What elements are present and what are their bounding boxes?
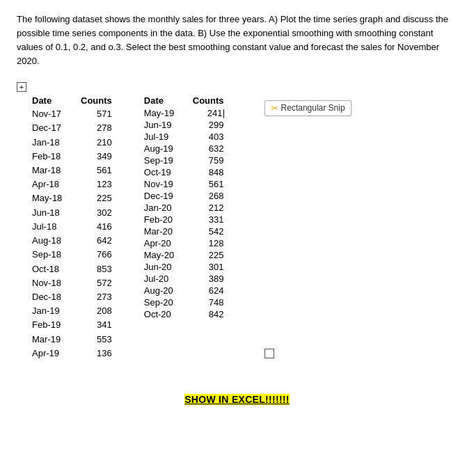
expand-icon[interactable]: + — [17, 82, 26, 92]
table-row: Nov-17571 — [26, 107, 118, 121]
table-row: Oct-18853 — [26, 262, 118, 276]
table-row: Dec-18273 — [26, 289, 118, 303]
table1-date-cell: Apr-18 — [26, 177, 75, 191]
table-row: Feb-18349 — [26, 149, 118, 163]
table2-date-cell: Sep-19 — [139, 154, 187, 166]
table2-count-cell: 241 — [187, 107, 230, 119]
table1-date-cell: Mar-18 — [26, 163, 75, 177]
table-row: Apr-19136 — [26, 346, 118, 360]
table2-date-cell: May-19 — [139, 107, 187, 119]
table2-date-cell: Feb-20 — [139, 214, 187, 225]
table2-date-cell: Jul-20 — [139, 273, 187, 285]
table2-count-cell: 128 — [187, 237, 230, 249]
table2-date-cell: Apr-20 — [139, 237, 187, 249]
table1-count-cell: 210 — [75, 135, 118, 149]
table-row: May-19241 — [139, 107, 230, 119]
table2-date-cell: Aug-19 — [139, 143, 187, 154]
table2-date-header: Date — [139, 95, 187, 107]
table-row: Jul-20389 — [139, 273, 230, 285]
table2-count-cell: 842 — [187, 308, 230, 320]
table-row: Jan-18210 — [26, 135, 118, 149]
table-row: Oct-19848 — [139, 166, 230, 178]
table1-date-cell: Nov-17 — [26, 107, 75, 121]
table-row: Nov-19561 — [139, 178, 230, 190]
cursor-line — [223, 109, 224, 118]
rect-snip-label: Rectangular Snip — [281, 103, 345, 113]
table1-count-cell: 225 — [75, 191, 118, 205]
table2-date-cell: Oct-19 — [139, 166, 187, 178]
table2-date-cell: Jul-19 — [139, 131, 187, 143]
table-row: Aug-19632 — [139, 143, 230, 154]
table1-count-cell: 766 — [75, 248, 118, 262]
table-row: Sep-19759 — [139, 154, 230, 166]
table2-count-cell: 389 — [187, 273, 230, 285]
table1-count-cell: 278 — [75, 121, 118, 135]
table2-count-cell: 561 — [187, 178, 230, 190]
table-row: Feb-19341 — [26, 318, 118, 332]
table1-date-cell: Oct-18 — [26, 262, 75, 276]
table1-date-cell: Sep-18 — [26, 248, 75, 262]
table2-count-cell: 848 — [187, 166, 230, 178]
table1-date-cell: Jun-18 — [26, 205, 75, 219]
table-row: Jun-20301 — [139, 261, 230, 273]
table2-count-cell: 759 — [187, 154, 230, 166]
table1-date-cell: Apr-19 — [26, 346, 75, 360]
table-row: May-20225 — [139, 249, 230, 261]
rectangular-snip-button[interactable]: ✂ Rectangular Snip — [264, 100, 351, 116]
table1-date-cell: Dec-18 — [26, 289, 75, 303]
table1-count-cell: 349 — [75, 149, 118, 163]
table-row: Nov-18572 — [26, 276, 118, 289]
table2-date-cell: Nov-19 — [139, 178, 187, 190]
table2-counts-header: Counts — [187, 95, 230, 107]
table-row: Jul-19403 — [139, 131, 230, 143]
show-excel-wrapper: SHOW IN EXCEL!!!!!!! — [17, 377, 457, 405]
table1-count-cell: 572 — [75, 276, 118, 289]
table2-count-cell: 299 — [187, 119, 230, 131]
table1-counts-header: Counts — [75, 95, 118, 107]
table1-count-cell: 136 — [75, 346, 118, 360]
table1-count-cell: 553 — [75, 332, 118, 346]
table1-date-cell: Aug-18 — [26, 234, 75, 248]
table-row: Aug-18642 — [26, 234, 118, 248]
table1-count-cell: 571 — [75, 107, 118, 121]
show-excel-button[interactable]: SHOW IN EXCEL!!!!!!! — [184, 394, 290, 405]
data-table-2: Date Counts May-19241Jun-19299Jul-19403A… — [139, 95, 230, 320]
table1-date-cell: Dec-17 — [26, 121, 75, 135]
table-row: Dec-19268 — [139, 190, 230, 202]
table2-date-cell: Jun-20 — [139, 261, 187, 273]
table-row: Dec-17278 — [26, 121, 118, 135]
table1-count-cell: 273 — [75, 289, 118, 303]
checkbox[interactable] — [264, 349, 274, 358]
table1-date-cell: Jan-19 — [26, 304, 75, 318]
table-row: Jan-20212 — [139, 202, 230, 214]
table1-count-cell: 302 — [75, 205, 118, 219]
table2-date-cell: May-20 — [139, 249, 187, 261]
table1-date-cell: Mar-19 — [26, 332, 75, 346]
table2-date-cell: Mar-20 — [139, 225, 187, 237]
table2-date-cell: Oct-20 — [139, 308, 187, 320]
table2-count-cell: 748 — [187, 296, 230, 308]
table-row: Jan-19208 — [26, 304, 118, 318]
right-side: Date Counts May-19241Jun-19299Jul-19403A… — [139, 95, 351, 360]
table-row: May-18225 — [26, 191, 118, 205]
table-section: + Date Counts Nov-17571Dec-17278Jan-1821… — [17, 81, 457, 360]
table-row: Apr-18123 — [26, 177, 118, 191]
data-area: Date Counts Nov-17571Dec-17278Jan-18210F… — [26, 95, 457, 360]
table2-count-cell: 542 — [187, 225, 230, 237]
table1-date-cell: Jan-18 — [26, 135, 75, 149]
table2-count-cell: 331 — [187, 214, 230, 225]
table2-count-cell: 403 — [187, 131, 230, 143]
table-row: Apr-20128 — [139, 237, 230, 249]
table1-date-cell: Feb-19 — [26, 318, 75, 332]
table-row: Aug-20624 — [139, 285, 230, 296]
table1-date-cell: Nov-18 — [26, 276, 75, 289]
table1-count-cell: 416 — [75, 219, 118, 233]
table-row: Sep-20748 — [139, 296, 230, 308]
table2-date-cell: Sep-20 — [139, 296, 187, 308]
table2-count-cell: 212 — [187, 202, 230, 214]
table2-date-cell: Jan-20 — [139, 202, 187, 214]
table1-count-cell: 123 — [75, 177, 118, 191]
table2-date-cell: Jun-19 — [139, 119, 187, 131]
table2-count-cell: 632 — [187, 143, 230, 154]
table1-date-cell: Feb-18 — [26, 149, 75, 163]
